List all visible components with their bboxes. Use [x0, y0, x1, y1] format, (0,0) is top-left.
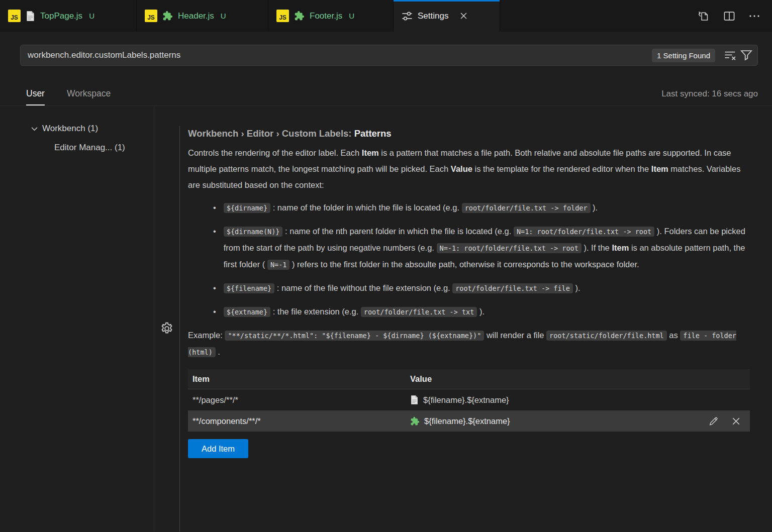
settings-scope-bar: User Workspace Last synced: 16 secs ago: [0, 66, 772, 106]
toc-item-workbench[interactable]: Workbench (1): [0, 119, 154, 138]
clear-search-results-icon[interactable]: [724, 50, 736, 61]
puzzle-icon: [162, 11, 173, 21]
search-query-text: workbench.editor.customLabels.patterns: [28, 50, 652, 60]
tab-label: Settings: [418, 11, 448, 21]
scope-tab-user[interactable]: User: [26, 88, 45, 105]
last-synced-status: Last synced: 16 secs ago: [661, 89, 758, 105]
git-status-badge: U: [89, 12, 94, 20]
document-icon: [26, 11, 35, 22]
pattern-value-cell: ${filename}.${extname}: [410, 416, 709, 426]
settings-toc: Workbench (1) Editor Manag... (1): [0, 106, 154, 531]
pattern-item-cell: **/pages/**/*: [188, 395, 410, 405]
toc-item-label: Editor Manag... (1): [54, 143, 125, 153]
pattern-value-cell: ${filename}.${extname}: [410, 395, 750, 405]
editor-tab-bar: JS TopPage.js U JS Header.js U JS Footer…: [0, 0, 772, 32]
scope-tab-workspace[interactable]: Workspace: [67, 88, 111, 105]
add-item-button[interactable]: Add Item: [188, 439, 248, 458]
patterns-table: Item Value **/pages/**/* ${filename}.${e…: [188, 369, 750, 432]
setting-context-gutter: [154, 106, 179, 531]
tab-label: TopPage.js: [40, 11, 82, 21]
toc-item-editor-management[interactable]: Editor Manag... (1): [0, 138, 154, 157]
setting-example: Example: "**/static/**/*.html": "${filen…: [188, 327, 750, 360]
setting-detail-panel: Workbench › Editor › Custom Labels: Patt…: [179, 126, 772, 531]
tab-label: Header.js: [178, 11, 214, 21]
variable-list: •${dirname} : name of the folder in whic…: [188, 199, 750, 320]
javascript-file-icon: JS: [8, 10, 21, 22]
row-actions: [709, 416, 750, 426]
column-header-value: Value: [410, 374, 750, 384]
list-item: •${dirname(N)} : name of the nth parent …: [213, 223, 750, 273]
list-item: •${dirname} : name of the folder in whic…: [213, 199, 750, 216]
javascript-file-icon: JS: [276, 10, 289, 22]
open-settings-json-icon[interactable]: [697, 10, 710, 22]
setting-breadcrumb: Workbench › Editor › Custom Labels:: [188, 128, 354, 139]
table-header-row: Item Value: [188, 369, 750, 389]
table-row-hovered[interactable]: **/components/**/* ${filename}.${extname…: [188, 410, 750, 432]
pattern-value-text: ${filename}.${extname}: [424, 416, 510, 426]
editor-actions: [697, 0, 772, 32]
settings-search-input[interactable]: workbench.editor.customLabels.patterns 1…: [20, 45, 758, 66]
pattern-value-text: ${filename}.${extname}: [423, 395, 509, 405]
puzzle-icon: [294, 11, 305, 21]
puzzle-icon: [410, 416, 420, 426]
pattern-item-cell: **/components/**/*: [188, 416, 410, 426]
filter-icon[interactable]: [740, 49, 752, 61]
tab-footer-js[interactable]: JS Footer.js U: [268, 0, 394, 32]
table-row[interactable]: **/pages/**/* ${filename}.${extname}: [188, 389, 750, 410]
setting-description: Controls the rendering of the editor lab…: [188, 145, 750, 193]
results-count-badge: 1 Setting Found: [652, 49, 715, 62]
document-icon: [410, 395, 419, 405]
remove-x-icon[interactable]: [732, 416, 740, 426]
vscode-settings-window: JS TopPage.js U JS Header.js U JS Footer…: [0, 0, 772, 532]
split-editor-icon[interactable]: [723, 10, 735, 22]
chevron-down-icon: [31, 127, 38, 131]
setting-title: Workbench › Editor › Custom Labels: Patt…: [188, 127, 750, 140]
setting-name: Patterns: [354, 128, 392, 139]
tab-header-js[interactable]: JS Header.js U: [137, 0, 268, 32]
close-icon[interactable]: [460, 13, 467, 19]
more-actions-icon[interactable]: [749, 14, 760, 18]
list-item: •${filename} : name of the file without …: [213, 280, 750, 296]
git-status-badge: U: [349, 12, 354, 20]
javascript-file-icon: JS: [145, 10, 157, 22]
tab-label: Footer.js: [310, 11, 342, 21]
column-header-item: Item: [188, 374, 410, 384]
edit-pencil-icon[interactable]: [709, 416, 719, 426]
git-status-badge: U: [221, 12, 226, 20]
gear-icon[interactable]: [160, 125, 174, 531]
settings-sliders-icon: [402, 11, 413, 22]
list-item: •${extname} : the file extension (e.g. r…: [213, 303, 750, 320]
tab-toppage-js[interactable]: JS TopPage.js U: [0, 0, 137, 32]
tab-settings[interactable]: Settings: [394, 0, 500, 32]
toc-item-label: Workbench (1): [42, 124, 98, 134]
